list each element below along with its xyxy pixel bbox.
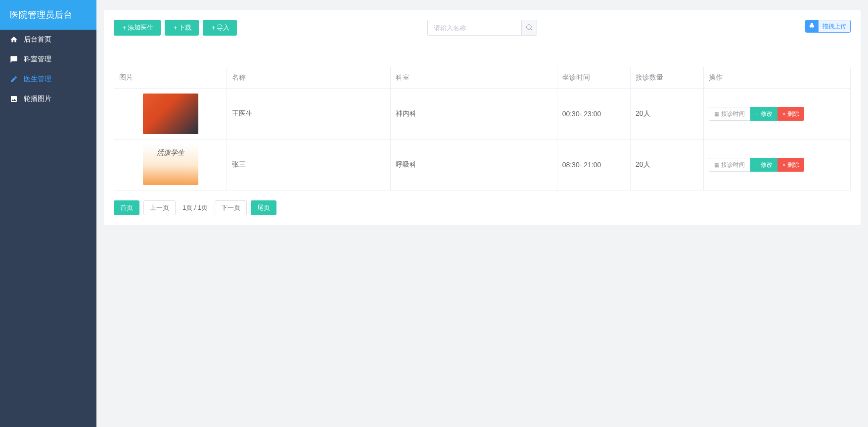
search-wrap <box>427 20 537 36</box>
svg-line-1 <box>531 28 532 30</box>
pagination: 首页 上一页 1页 / 1页 下一页 尾页 <box>114 200 851 215</box>
main-content: ＋添加医生 ＋下载 ＋导入 拖拽上传 <box>96 0 868 233</box>
sidebar-item-doctors[interactable]: 医生管理 <box>0 69 96 89</box>
toolbar-left: ＋添加医生 ＋下载 ＋导入 <box>114 20 237 36</box>
image-icon <box>10 95 19 103</box>
plus-icon: + <box>755 162 758 168</box>
cell-time: 00:30- 23:00 <box>557 89 630 140</box>
search-input[interactable] <box>427 20 521 36</box>
app-header: 医院管理员后台 <box>0 0 96 30</box>
page-first-button[interactable]: 首页 <box>114 200 139 215</box>
calendar-icon: ▦ <box>714 162 719 168</box>
table-header-ops: 操作 <box>704 67 851 89</box>
edit-button[interactable]: +修改 <box>750 158 777 172</box>
cell-department: 神内科 <box>391 89 557 140</box>
sidebar-item-label: 轮播图片 <box>24 95 51 103</box>
doctor-avatar <box>143 144 198 185</box>
sidebar: 后台首页 科室管理 医生管理 轮播图片 <box>0 30 96 233</box>
sidebar-item-home[interactable]: 后台首页 <box>0 30 96 49</box>
search-button[interactable] <box>521 20 537 36</box>
cell-count: 20人 <box>630 140 703 190</box>
table-header-image: 图片 <box>114 67 227 89</box>
table-row: 张三 呼吸科 08:30- 21:00 20人 ▦接诊时间 +修改 ×删除 <box>114 140 851 190</box>
close-icon: × <box>782 111 785 117</box>
close-icon: × <box>782 162 785 168</box>
delete-button[interactable]: ×删除 <box>777 107 804 121</box>
cell-name: 王医生 <box>227 89 391 140</box>
upload-widget[interactable]: 拖拽上传 <box>805 20 851 33</box>
delete-button[interactable]: ×删除 <box>777 158 804 172</box>
sidebar-item-label: 科室管理 <box>24 55 51 64</box>
ops-group: ▦接诊时间 +修改 ×删除 <box>709 158 845 172</box>
import-button[interactable]: ＋导入 <box>203 20 237 36</box>
sidebar-item-carousel[interactable]: 轮播图片 <box>0 89 96 109</box>
table-header-department: 科室 <box>391 67 557 89</box>
edit-button[interactable]: +修改 <box>750 107 777 121</box>
doctor-avatar <box>143 94 198 134</box>
cloud-icon <box>806 20 819 33</box>
home-icon <box>10 36 19 44</box>
table-header-count: 接诊数量 <box>630 67 703 89</box>
cell-name: 张三 <box>227 140 391 190</box>
chat-icon <box>10 55 19 63</box>
cell-department: 呼吸科 <box>391 140 557 190</box>
page-next-button[interactable]: 下一页 <box>215 200 247 215</box>
sidebar-item-departments[interactable]: 科室管理 <box>0 49 96 69</box>
app-title: 医院管理员后台 <box>10 9 72 21</box>
search-icon <box>526 24 533 32</box>
content-card: ＋添加医生 ＋下载 ＋导入 拖拽上传 <box>104 10 861 225</box>
toolbar: ＋添加医生 ＋下载 ＋导入 拖拽上传 <box>114 20 851 57</box>
page-last-button[interactable]: 尾页 <box>251 200 276 215</box>
edit-icon <box>10 75 19 83</box>
download-button[interactable]: ＋下载 <box>165 20 199 36</box>
page-info: 1页 / 1页 <box>180 203 211 212</box>
add-doctor-button[interactable]: ＋添加医生 <box>114 20 161 36</box>
upload-label: 拖拽上传 <box>819 20 850 32</box>
plus-icon: + <box>755 111 758 117</box>
doctors-table: 图片 名称 科室 坐诊时间 接诊数量 操作 王医生 神内科 00:30- 23:… <box>114 67 851 190</box>
svg-point-0 <box>527 24 531 29</box>
cell-time: 08:30- 21:00 <box>557 140 630 190</box>
table-header-time: 坐诊时间 <box>557 67 630 89</box>
sidebar-item-label: 医生管理 <box>24 75 51 84</box>
cell-count: 20人 <box>630 89 703 140</box>
table-row: 王医生 神内科 00:30- 23:00 20人 ▦接诊时间 +修改 ×删除 <box>114 89 851 140</box>
table-header-name: 名称 <box>227 67 391 89</box>
calendar-icon: ▦ <box>714 111 719 117</box>
ops-group: ▦接诊时间 +修改 ×删除 <box>709 107 845 121</box>
schedule-button[interactable]: ▦接诊时间 <box>709 158 750 172</box>
page-prev-button[interactable]: 上一页 <box>143 200 176 215</box>
schedule-button[interactable]: ▦接诊时间 <box>709 107 750 121</box>
sidebar-item-label: 后台首页 <box>24 35 51 44</box>
